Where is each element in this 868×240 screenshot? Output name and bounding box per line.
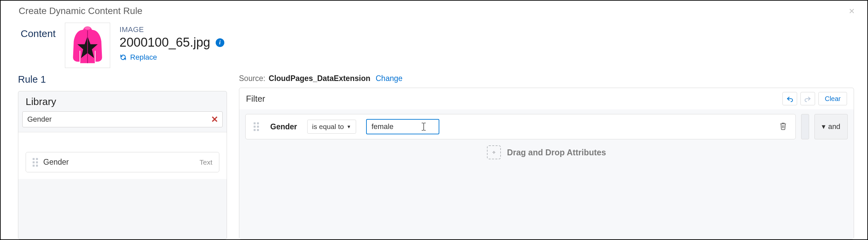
rule-title: Rule 1	[18, 74, 227, 85]
content-type-label: IMAGE	[120, 25, 224, 34]
connector-button[interactable]: ▾ and	[814, 114, 848, 139]
file-name: 2000100_65.jpg	[120, 35, 210, 50]
connector-label: and	[828, 122, 840, 131]
source-label: Source:	[239, 74, 265, 83]
close-icon[interactable]: ×	[849, 5, 855, 17]
drop-zone[interactable]: Drag and Drop Attributes	[245, 145, 848, 159]
library-search-input[interactable]	[23, 112, 222, 127]
source-name: CloudPages_DataExtension	[269, 74, 370, 83]
undo-icon	[786, 95, 794, 102]
modal-title: Create Dynamic Content Rule	[19, 6, 143, 16]
rule-field-name: Gender	[270, 122, 297, 131]
delete-rule-button[interactable]	[779, 122, 787, 132]
library-search[interactable]: ✕	[22, 111, 223, 127]
undo-button[interactable]	[782, 92, 797, 105]
replace-icon	[120, 54, 127, 61]
filter-rule-row: Gender is equal to ▼	[245, 114, 796, 139]
drop-hint-text: Drag and Drop Attributes	[507, 148, 606, 157]
replace-label: Replace	[130, 53, 157, 62]
content-thumbnail[interactable]	[65, 23, 110, 68]
info-icon[interactable]: i	[216, 38, 224, 47]
library-panel: Library ✕ Gender Text	[18, 91, 227, 239]
drop-target-icon	[487, 145, 501, 159]
drag-handle-icon[interactable]	[33, 158, 38, 167]
replace-button[interactable]: Replace	[120, 53, 224, 62]
attribute-item[interactable]: Gender Text	[26, 152, 219, 172]
clear-button[interactable]: Clear	[818, 92, 847, 105]
group-spacer	[801, 114, 809, 139]
trash-icon	[779, 122, 787, 130]
change-source-link[interactable]: Change	[376, 74, 403, 83]
redo-button[interactable]	[800, 92, 815, 105]
clear-search-icon[interactable]: ✕	[211, 114, 218, 125]
chevron-down-icon: ▾	[822, 122, 826, 131]
filter-title: Filter	[246, 94, 265, 104]
drag-handle-icon[interactable]	[254, 122, 259, 131]
library-heading: Library	[18, 91, 227, 111]
operator-select[interactable]: is equal to ▼	[307, 120, 356, 134]
redo-icon	[804, 95, 811, 102]
jacket-icon	[69, 25, 106, 65]
operator-label: is equal to	[312, 123, 344, 131]
attribute-type: Text	[199, 158, 212, 166]
content-heading: Content	[21, 23, 56, 39]
value-input-wrap[interactable]	[366, 119, 439, 134]
attribute-name: Gender	[43, 158, 69, 167]
chevron-down-icon: ▼	[346, 124, 351, 129]
text-cursor-icon	[421, 122, 427, 131]
